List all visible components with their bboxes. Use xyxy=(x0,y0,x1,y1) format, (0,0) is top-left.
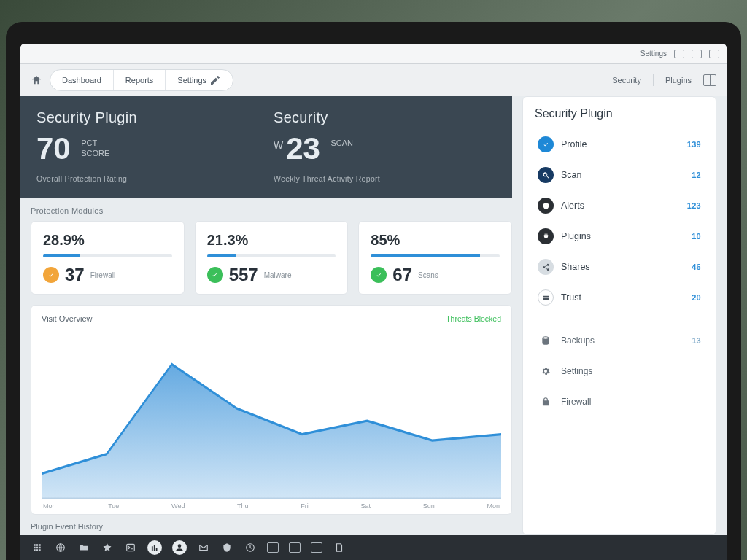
hero-right-subtitle: Weekly Threat Activity Report xyxy=(274,174,496,183)
status-dot-icon xyxy=(371,267,387,283)
unit-line: SCORE xyxy=(81,149,109,158)
tab-dashboard[interactable]: Dashboard xyxy=(50,70,114,90)
chart-title: Visit Overview xyxy=(42,314,92,323)
shield-icon[interactable] xyxy=(220,541,233,554)
item-value: 139 xyxy=(687,140,701,149)
side-item-alerts[interactable]: Alerts 123 xyxy=(535,192,704,219)
book-icon[interactable] xyxy=(703,74,716,86)
stat-cap: Malware xyxy=(264,271,292,279)
check-icon xyxy=(538,136,554,152)
stat-num: 557 xyxy=(229,265,258,285)
item-label: Shares xyxy=(561,262,590,272)
database-icon xyxy=(538,332,554,349)
stat-pct: 21.3% xyxy=(207,232,336,249)
hero-left-subtitle: Overall Protection Rating xyxy=(36,174,259,183)
item-value: 46 xyxy=(692,262,701,271)
tick: Sat xyxy=(361,502,371,510)
hero-right: Security W23 SCAN Weekly Threat Activity… xyxy=(274,109,496,183)
home-icon[interactable] xyxy=(31,74,42,86)
header-link-plugins[interactable]: Plugins xyxy=(661,76,696,85)
shield-icon xyxy=(538,198,554,214)
item-label: Alerts xyxy=(561,201,584,211)
side-primary-list: Profile 139 Scan 12 Alerts 123 Plugins 1… xyxy=(535,131,704,311)
folder-icon[interactable] xyxy=(77,541,90,554)
item-label: Profile xyxy=(561,139,587,149)
item-label: Backups xyxy=(561,335,595,346)
pencil-icon xyxy=(209,74,221,86)
tab-group: Dashboard Reports Settings xyxy=(50,69,233,91)
hero-right-title: Security xyxy=(274,109,496,126)
separator xyxy=(532,319,707,319)
item-label: Trust xyxy=(561,292,581,303)
progress-bar xyxy=(371,254,500,257)
stat-card-scans[interactable]: 85% 67 Scans xyxy=(358,221,512,295)
window-icon[interactable] xyxy=(311,542,322,553)
taskbar xyxy=(20,535,727,560)
stat-card-malware[interactable]: 21.3% 557 Malware xyxy=(195,221,349,295)
divider xyxy=(653,74,654,86)
side-item-backups[interactable]: Backups 13 xyxy=(535,327,704,354)
stat-card-firewall[interactable]: 28.9% 37 Firewall xyxy=(31,221,185,295)
side-item-scan[interactable]: Scan 12 xyxy=(535,161,704,189)
laptop-frame: Settings Dashboard Reports Settings Secu… xyxy=(6,22,741,560)
restore-icon[interactable] xyxy=(692,50,702,58)
clock-icon[interactable] xyxy=(244,541,257,554)
item-value: 10 xyxy=(692,232,701,241)
item-label: Plugins xyxy=(561,231,591,241)
chart-icon[interactable] xyxy=(147,540,162,555)
side-item-trust[interactable]: Trust 20 xyxy=(535,284,704,311)
status-dot-icon xyxy=(207,267,223,283)
tab-label: Settings xyxy=(177,76,206,85)
share-icon xyxy=(538,259,554,275)
grid-icon[interactable] xyxy=(289,542,301,553)
side-item-shares[interactable]: Shares 46 xyxy=(535,253,704,281)
tick: Sun xyxy=(423,502,435,510)
area-chart xyxy=(42,327,501,499)
hero-right-prefix: W xyxy=(274,139,283,151)
side-item-profile[interactable]: Profile 139 xyxy=(535,131,704,158)
layout-icon[interactable] xyxy=(709,50,719,58)
hero-right-unit: SCAN xyxy=(330,138,353,148)
search-icon xyxy=(538,167,554,183)
user-icon[interactable] xyxy=(172,540,187,555)
side-panel-title: Security Plugin xyxy=(535,107,704,120)
hero-left-unit: PCT SCORE xyxy=(81,138,109,159)
globe-icon[interactable] xyxy=(54,541,67,554)
tick: Fri xyxy=(301,502,309,510)
tick: Tue xyxy=(108,502,119,510)
progress-bar xyxy=(207,254,336,257)
browser-topbar: Settings xyxy=(20,44,727,64)
item-value: 123 xyxy=(687,201,701,210)
hero-panel: Security Plugin 70 PCT SCORE Overall Pro… xyxy=(20,96,512,198)
tab-label: Dashboard xyxy=(62,76,101,85)
tab-reports[interactable]: Reports xyxy=(114,70,166,90)
tick: Mon xyxy=(487,502,500,510)
topbar-menu-label[interactable]: Settings xyxy=(640,50,667,58)
item-value: 12 xyxy=(692,171,701,179)
terminal-icon[interactable] xyxy=(124,541,137,554)
tick: Mon xyxy=(43,502,56,510)
side-item-settings[interactable]: Settings xyxy=(535,357,704,385)
hero-left-value: 70 xyxy=(36,133,71,164)
side-secondary-list: Backups 13 Settings Firewall xyxy=(535,327,704,416)
tab-settings[interactable]: Settings xyxy=(166,70,233,90)
star-icon[interactable] xyxy=(101,541,114,554)
tab-label: Reports xyxy=(125,76,154,85)
item-label: Scan xyxy=(561,170,582,180)
plug-icon xyxy=(538,228,554,244)
card-icon[interactable] xyxy=(267,542,279,553)
stat-pct: 28.9% xyxy=(43,232,172,249)
stat-cap: Firewall xyxy=(90,271,115,279)
chart-card: Visit Overview Threats Blocked xyxy=(31,305,512,515)
header-link-security[interactable]: Security xyxy=(608,76,646,85)
apps-icon[interactable] xyxy=(31,541,44,554)
note-icon[interactable] xyxy=(333,541,346,554)
app-header: Dashboard Reports Settings Security Plug… xyxy=(20,64,727,96)
mail-icon[interactable] xyxy=(197,541,210,554)
window-icon[interactable] xyxy=(674,50,684,58)
app-screen: Settings Dashboard Reports Settings Secu… xyxy=(20,44,727,560)
stat-cards: 28.9% 37 Firewall 21.3% 557 Malware xyxy=(20,221,512,295)
side-item-firewall[interactable]: Firewall xyxy=(535,388,704,416)
unit-line: PCT xyxy=(81,139,97,147)
side-item-plugins[interactable]: Plugins 10 xyxy=(535,222,704,250)
